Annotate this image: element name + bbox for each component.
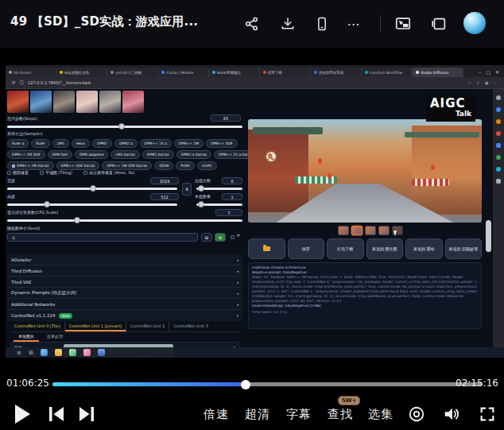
random-seed-dice-button[interactable]: ⚄: [201, 233, 212, 242]
slider-thumb[interactable]: [198, 201, 204, 207]
slider-thumb[interactable]: [198, 185, 204, 192]
widgets-icon[interactable]: ≡: [17, 349, 21, 357]
sidebar-shopping-icon[interactable]: [496, 119, 501, 124]
minimize-icon[interactable]: –: [479, 69, 481, 75]
browser-tab[interactable]: SD Forum: [6, 68, 56, 77]
browser-menu-icon[interactable]: ⋯: [494, 80, 498, 85]
zip-download-button[interactable]: 打包下载: [327, 238, 364, 259]
user-avatar[interactable]: [463, 12, 486, 34]
result-thumbnail[interactable]: [338, 226, 349, 235]
quality-button[interactable]: 超清: [245, 407, 270, 422]
screen-record-icon[interactable]: [408, 405, 425, 423]
accordion-additional-networks[interactable]: Additional Networks◂: [7, 299, 242, 310]
batch-count-value[interactable]: 6: [222, 177, 242, 184]
sampler-option[interactable]: Euler: [31, 139, 49, 148]
share-icon[interactable]: [242, 14, 262, 33]
batch-size-value[interactable]: 1: [222, 193, 242, 200]
sidebar-games-icon[interactable]: [496, 131, 501, 136]
address-bar[interactable]: 127.0.0.1:7860/?__theme=dark: [28, 80, 91, 85]
history-thumbnail[interactable]: [53, 91, 75, 113]
playback-speed-button[interactable]: 倍速: [204, 407, 229, 422]
sampler-option[interactable]: DPM fast: [48, 150, 72, 159]
volume-icon[interactable]: [443, 405, 460, 423]
slider-thumb[interactable]: [90, 185, 96, 192]
browser-tab[interactable]: 模型下载: [260, 68, 311, 77]
steps-value[interactable]: 25: [211, 114, 241, 122]
send-to-img2img-button[interactable]: 发送到 图生图: [366, 238, 404, 259]
swap-dimensions-button[interactable]: ⇅: [182, 183, 192, 196]
result-thumbnail[interactable]: [378, 226, 390, 235]
sampler-option[interactable]: DPM2 a: [114, 139, 138, 148]
width-value[interactable]: 1024: [150, 177, 179, 184]
sampler-option-selected[interactable]: DPM++ 2M Karras: [7, 161, 54, 170]
history-thumbnail[interactable]: [7, 91, 29, 113]
sidebar-copilot-icon[interactable]: [496, 107, 501, 112]
reuse-seed-recycle-button[interactable]: ♻: [215, 233, 226, 242]
history-thumbnail[interactable]: [76, 91, 98, 113]
next-episode-button[interactable]: [78, 406, 95, 422]
mobile-phone-icon[interactable]: [312, 14, 331, 33]
site-info-icon[interactable]: ⓘ: [20, 80, 25, 86]
batch-count-slider[interactable]: [196, 188, 242, 190]
taskbar-security-icon[interactable]: [98, 349, 105, 356]
cfg-scale-slider[interactable]: [7, 219, 242, 222]
sampler-option[interactable]: LMS Karras: [110, 150, 139, 159]
sampler-option[interactable]: DPM++ 2S a: [140, 139, 172, 148]
previous-episode-button[interactable]: [48, 406, 65, 422]
result-thumbnail[interactable]: [365, 226, 376, 235]
sampler-option[interactable]: DDIM: [154, 161, 173, 170]
taskbar-edge-icon[interactable]: [41, 349, 48, 356]
save-button[interactable]: 保存: [288, 238, 325, 259]
accordion-controlnet[interactable]: ControlNet v1.1.224New ▾: [7, 310, 242, 321]
browser-tab[interactable]: AI绘画教程合集: [56, 68, 107, 77]
find-button[interactable]: 查找: [328, 407, 353, 422]
slider-thumb[interactable]: [74, 217, 80, 223]
sidebar-tools-icon[interactable]: [496, 143, 501, 148]
slider-thumb[interactable]: [118, 123, 125, 130]
history-thumbnail[interactable]: [122, 91, 144, 113]
fullscreen-icon[interactable]: [479, 405, 496, 423]
accordion-tiled-diffusion[interactable]: Tiled Diffusion◂: [7, 265, 242, 277]
browser-tab[interactable]: ComfyUI Workflow: [362, 68, 413, 77]
controlnet-unit-2-tab[interactable]: ControlNet Unit 2: [126, 322, 169, 331]
height-slider[interactable]: [7, 203, 177, 206]
episodes-button[interactable]: 选集: [368, 407, 394, 422]
hires-fix-checkbox[interactable]: 高分辨率修复 (Hires. fix): [83, 170, 135, 176]
downloads-icon[interactable]: ↓: [476, 80, 480, 85]
send-to-inpaint-button[interactable]: 发送到 重绘: [405, 238, 443, 259]
sidebar-search-icon[interactable]: [496, 95, 501, 100]
controlnet-unit-3-tab[interactable]: ControlNet Unit 3: [169, 322, 211, 331]
profile-icon[interactable]: ◉: [485, 80, 489, 85]
sampler-option[interactable]: UniPC: [197, 161, 217, 170]
width-slider[interactable]: [7, 188, 177, 190]
progress-bar[interactable]: [52, 382, 483, 386]
send-to-extras-button[interactable]: 发送到 后期处理: [445, 238, 483, 259]
accordion-dynamic-prompts[interactable]: Dynamic Prompts (动态提示词)◂: [7, 288, 242, 299]
extra-seed-checkbox[interactable]: [231, 235, 235, 239]
sampler-option[interactable]: DPM++ 2M SDE: [7, 150, 45, 159]
sidebar-add-icon[interactable]: [496, 179, 501, 184]
sampler-option[interactable]: PLMS: [176, 161, 195, 170]
tiling-checkbox[interactable]: 平铺图 (Tiling): [40, 170, 72, 176]
sampler-option[interactable]: DPM++ SDE: [206, 139, 238, 148]
video-frame[interactable]: SD Forum AI绘画教程合集 小白SD入门指南 Civitai | Mod…: [6, 65, 504, 358]
browser-tab[interactable]: Civitai | Models: [158, 68, 209, 77]
batch-tab[interactable]: 批量处理: [42, 332, 68, 342]
seed-input[interactable]: -1: [7, 233, 198, 242]
generated-image[interactable]: 丸: [248, 119, 482, 223]
accordion-tiled-vae[interactable]: Tiled VAE◂: [7, 277, 242, 288]
start-icon[interactable]: ⊞: [29, 349, 33, 357]
accordion-adetailer[interactable]: ADetailer◂: [7, 254, 242, 265]
history-thumbnail[interactable]: [30, 91, 52, 113]
controlnet-unit-1-tab[interactable]: ControlNet Unit 1 [Lineart]: [65, 322, 126, 331]
open-folder-button[interactable]: [248, 238, 285, 259]
picture-in-picture-icon[interactable]: [394, 14, 413, 33]
browser-tab[interactable]: 控制类型对照表: [311, 68, 362, 77]
slider-thumb[interactable]: [44, 201, 50, 207]
maximize-icon[interactable]: ▢: [486, 69, 490, 75]
sampler-option[interactable]: Euler a: [7, 139, 29, 148]
browser-tab[interactable]: 小白SD入门指南: [107, 68, 158, 77]
page-scrollbar-thumb[interactable]: [486, 220, 491, 252]
sampler-option[interactable]: DPM2 Karras: [142, 150, 174, 159]
history-thumbnail[interactable]: [99, 91, 121, 113]
